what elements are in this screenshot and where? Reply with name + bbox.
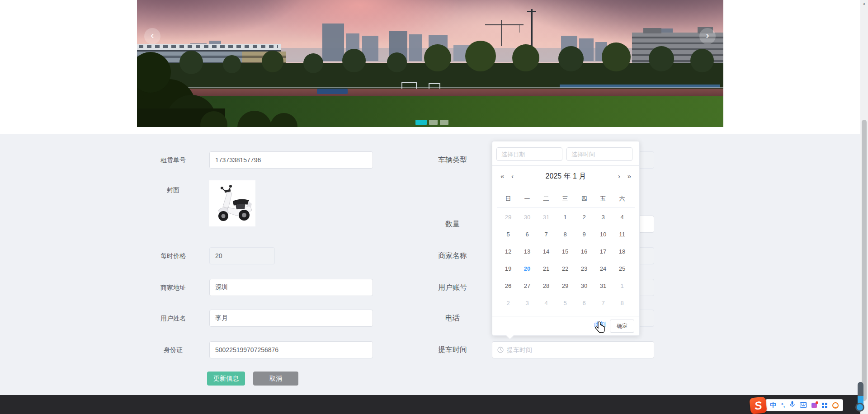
next-month-icon[interactable]: › [618,169,620,183]
calendar-day[interactable]: 14 [537,243,556,260]
floodlight-arm [527,11,536,12]
calendar-day[interactable]: 8 [613,295,632,312]
update-info-button[interactable]: 更新信息 [207,372,245,386]
calendar-day[interactable]: 3 [594,209,613,226]
calendar-day[interactable]: 21 [537,260,556,278]
calendar-day[interactable]: 29 [556,278,575,295]
train-windows [139,45,278,48]
calendar-day[interactable]: 11 [613,226,632,243]
id-card-input[interactable] [209,341,373,358]
picker-header-divider [492,165,639,166]
calendar-day[interactable]: 5 [556,295,575,312]
calendar-day[interactable]: 15 [556,243,575,260]
calendar-day[interactable]: 1 [613,278,632,295]
picker-time-input[interactable] [566,147,632,161]
prev-month-icon[interactable]: ‹ [511,169,514,183]
calendar-day[interactable]: 17 [594,243,613,260]
microphone-icon[interactable] [790,401,795,409]
calendar-day[interactable]: 6 [518,226,537,243]
ime-emoji-icon[interactable] [832,402,839,409]
pickup-time-input[interactable] [492,341,654,358]
user-name-input[interactable] [209,310,373,327]
calendar-day[interactable]: 30 [518,209,537,226]
calendar-day[interactable]: 30 [575,278,594,295]
ime-punctuation-toggle[interactable]: °, [781,402,785,409]
weekday-label: 六 [613,193,632,205]
annotation-tool-bulb[interactable] [855,403,864,412]
calendar-day[interactable]: 29 [499,209,518,226]
calendar-day[interactable]: 8 [556,226,575,243]
carousel-dot-0[interactable] [415,120,427,125]
calendar-day[interactable]: 3 [518,295,537,312]
calendar-day[interactable]: 7 [537,226,556,243]
calendar-day[interactable]: 4 [537,295,556,312]
clock-icon [497,347,504,355]
rental-order-no-input[interactable] [209,151,373,169]
carousel-next-button[interactable]: › [699,28,716,44]
picker-date-input[interactable] [496,147,562,161]
calendar-day[interactable]: 10 [594,226,613,243]
cover-image[interactable] [209,180,255,226]
scrollbar[interactable]: ▲ [860,0,868,414]
keyboard-icon[interactable] [800,401,807,409]
calendar-year[interactable]: 2025 年 [546,172,571,180]
calendar-day[interactable]: 9 [575,226,594,243]
calendar-day[interactable]: 25 [613,260,632,278]
calendar-day[interactable]: 20 [518,260,537,278]
label-phone: 电话 [435,310,470,327]
carousel-dot-1[interactable] [429,120,438,125]
weekday-label: 日 [499,193,518,205]
calendar-day[interactable]: 18 [613,243,632,260]
calendar-days: 2930311234567891011121314151617181920212… [499,209,632,312]
calendar-day[interactable]: 27 [518,278,537,295]
tree [179,51,203,74]
prev-year-icon[interactable]: « [500,169,504,183]
calendar-day[interactable]: 12 [499,243,518,260]
label-id-card: 身份证 [160,341,187,358]
calendar-day[interactable]: 31 [594,278,613,295]
calendar-day[interactable]: 1 [556,209,575,226]
calendar-month[interactable]: 1 月 [573,172,586,180]
label-merchant-name: 商家名称 [435,247,470,264]
calendar-day[interactable]: 2 [499,295,518,312]
calendar-day[interactable]: 26 [499,278,518,295]
sogou-logo[interactable]: S [749,396,767,414]
hourly-price-input[interactable] [209,247,275,264]
tree [649,46,674,71]
scrollbar-thumb[interactable] [862,120,867,401]
carousel-dot-2[interactable] [440,120,448,125]
form-section-background [0,134,868,395]
construction-crane [501,20,502,46]
calendar-day[interactable]: 6 [575,295,594,312]
ime-toolbox-icon[interactable] [822,403,827,408]
construction-crane [485,24,524,25]
calendar-day[interactable]: 5 [499,226,518,243]
calendar-day[interactable]: 19 [499,260,518,278]
calendar-day[interactable]: 16 [575,243,594,260]
calendar-nav: « ‹ 2025 年 1 月 › » [492,169,639,183]
merchant-address-input[interactable] [209,279,373,296]
label-rental-order-no: 租赁单号 [160,151,187,169]
calendar-day[interactable]: 7 [594,295,613,312]
calendar-day[interactable]: 13 [518,243,537,260]
carousel-prev-button[interactable]: ‹ [144,28,160,44]
calendar-day[interactable]: 2 [575,209,594,226]
building-roof [643,28,661,33]
calendar-day[interactable]: 24 [594,260,613,278]
calendar-day[interactable]: 31 [537,209,556,226]
cancel-button[interactable]: 取消 [253,372,298,386]
label-merchant-address: 商家地址 [160,279,187,296]
tree [512,44,539,71]
calendar-day[interactable]: 4 [613,209,632,226]
confirm-button[interactable]: 确定 [610,320,634,333]
calendar-day[interactable]: 22 [556,260,575,278]
ime-language-toggle[interactable]: 中 [770,401,776,409]
calendar-day[interactable]: 23 [575,260,594,278]
calendar-day[interactable]: 28 [537,278,556,295]
light-rail-train [137,44,281,50]
ime-skin-icon[interactable] [811,403,817,408]
next-year-icon[interactable]: » [627,169,631,183]
scrollbar-up-icon[interactable]: ▲ [860,0,868,7]
weekday-label: 五 [594,193,613,205]
os-taskbar [0,395,868,414]
